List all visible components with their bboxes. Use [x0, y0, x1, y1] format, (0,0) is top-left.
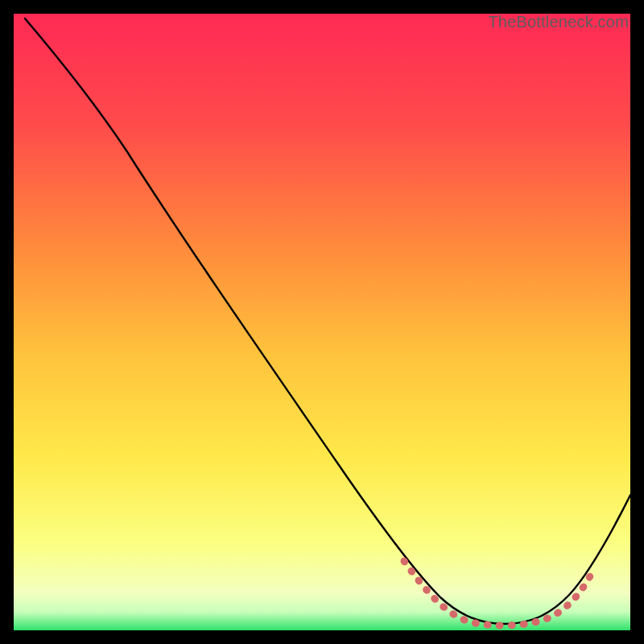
gradient-background	[14, 14, 630, 630]
bottleneck-chart	[14, 14, 630, 630]
chart-frame: TheBottleneck.com	[14, 14, 630, 630]
watermark-label: TheBottleneck.com	[488, 13, 629, 31]
